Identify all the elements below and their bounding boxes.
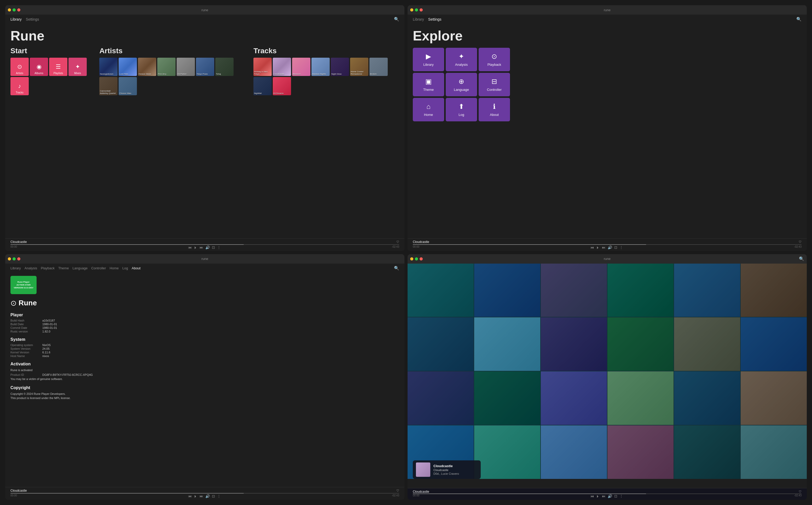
track-blossom[interactable]: Blossom: [292, 58, 310, 76]
tile-playlists[interactable]: ☰ Playlists: [49, 58, 68, 76]
more-btn-w4[interactable]: ⋮: [619, 494, 623, 498]
mosaic-cell-12[interactable]: [741, 317, 807, 371]
artist-neologisticism[interactable]: Neologisticism: [99, 58, 118, 76]
more-btn-w1[interactable]: ⋮: [217, 245, 221, 249]
explore-tile-about[interactable]: ℹ About: [479, 98, 510, 121]
close-btn-w4[interactable]: [420, 257, 423, 261]
vol-btn-w4[interactable]: 🔊: [608, 494, 612, 498]
explore-tile-log[interactable]: ⬆ Log: [446, 98, 477, 121]
repeat-btn-w4[interactable]: ⊡: [614, 494, 617, 498]
nav-analysis-w3[interactable]: Analysis: [24, 266, 37, 270]
mosaic-cell-1[interactable]: [408, 264, 474, 317]
prev-btn-w3[interactable]: ⏮: [188, 494, 192, 498]
vol-btn-w1[interactable]: 🔊: [205, 245, 210, 249]
mosaic-cell-10[interactable]: [607, 317, 674, 371]
explore-tile-home[interactable]: ⌂ Home: [413, 98, 444, 121]
track-holiday[interactable]: Holiday in Neo Tokyo: [253, 58, 272, 76]
mosaic-cell-7[interactable]: [408, 317, 474, 371]
mosaic-cell-11[interactable]: [674, 317, 740, 371]
track-homecookin[interactable]: Home Cookin' Remastered: [350, 58, 368, 76]
prev-btn-w4[interactable]: ⏮: [590, 494, 594, 498]
track-killdreams[interactable]: Kil Dreams: [273, 77, 291, 95]
vol-btn-w2[interactable]: 🔊: [608, 245, 612, 249]
nav-settings-w2[interactable]: Settings: [428, 17, 442, 21]
more-btn-w2[interactable]: ⋮: [619, 245, 623, 249]
mosaic-cell-13[interactable]: [408, 371, 474, 425]
prev-btn-w2[interactable]: ⏮: [590, 245, 594, 249]
mosaic-cell-24[interactable]: [741, 426, 807, 479]
player-heart-w1[interactable]: ♡: [396, 240, 399, 244]
tile-tracks[interactable]: ♪ Tracks: [10, 77, 29, 95]
nav-log-w3[interactable]: Log: [122, 266, 128, 270]
nav-library-w1[interactable]: Library: [10, 17, 22, 21]
close-btn-w2[interactable]: [420, 8, 423, 11]
play-btn-w1[interactable]: ⏵: [194, 245, 198, 249]
search-btn-w4[interactable]: 🔍: [799, 257, 804, 261]
explore-tile-library[interactable]: ▶ Library: [413, 48, 444, 71]
minimize-btn-w1[interactable]: [8, 8, 11, 11]
next-btn-w4[interactable]: ⏭: [602, 494, 606, 498]
search-btn-w3[interactable]: 🔍: [394, 266, 399, 271]
maximize-btn-w1[interactable]: [13, 8, 16, 11]
prev-btn-w1[interactable]: ⏮: [188, 245, 192, 249]
next-btn-w3[interactable]: ⏭: [200, 494, 203, 498]
tile-artists[interactable]: ⊙ Artists: [10, 58, 29, 76]
search-btn-w2[interactable]: 🔍: [796, 17, 802, 22]
artist-horace[interactable]: Horace Silver: [138, 58, 156, 76]
mosaic-cell-22[interactable]: [607, 426, 674, 479]
maximize-btn-w4[interactable]: [415, 257, 418, 261]
mosaic-cell-16[interactable]: [607, 371, 674, 425]
explore-tile-theme[interactable]: ▣ Theme: [413, 73, 444, 96]
explore-tile-language[interactable]: ⊕ Language: [446, 73, 477, 96]
track-nightfall[interactable]: Nightfall: [253, 77, 272, 95]
nav-theme-w3[interactable]: Theme: [58, 266, 69, 270]
player-progress-w4[interactable]: [413, 494, 802, 494]
mosaic-cell-21[interactable]: [541, 426, 607, 479]
close-btn-w3[interactable]: [17, 257, 20, 261]
mosaic-cell-4[interactable]: [607, 264, 674, 317]
minimize-btn-w4[interactable]: [410, 257, 413, 261]
play-btn-w3[interactable]: ⏵: [194, 494, 198, 498]
nav-language-w3[interactable]: Language: [72, 266, 88, 270]
artist-finn[interactable]: Finn Arry: [157, 58, 176, 76]
mosaic-cell-20[interactable]: [474, 426, 540, 479]
play-btn-w4[interactable]: ⏵: [596, 494, 600, 498]
explore-tile-playback[interactable]: ⊙ Playback: [479, 48, 510, 71]
artist-lostfiles[interactable]: Lost Files: [119, 58, 137, 76]
play-btn-w2[interactable]: ⏵: [596, 245, 600, 249]
minimize-btn-w2[interactable]: [410, 8, 413, 11]
track-nightglow[interactable]: Night Glow: [331, 58, 349, 76]
mosaic-cell-3[interactable]: [541, 264, 607, 317]
nav-home-w3[interactable]: Home: [110, 266, 119, 270]
mosaic-cell-6[interactable]: [741, 264, 807, 317]
mosaic-cell-17[interactable]: [674, 371, 740, 425]
mosaic-cell-5[interactable]: [674, 264, 740, 317]
track-broken[interactable]: Broken: [369, 58, 388, 76]
mosaic-cell-9[interactable]: [541, 317, 607, 371]
repeat-btn-w2[interactable]: ⊡: [614, 245, 617, 249]
nav-library-w2[interactable]: Library: [413, 17, 424, 21]
maximize-btn-w3[interactable]: [13, 257, 16, 261]
next-btn-w2[interactable]: ⏭: [602, 245, 606, 249]
repeat-btn-w1[interactable]: ⊡: [212, 245, 215, 249]
minimize-btn-w3[interactable]: [8, 257, 11, 261]
search-btn-w1[interactable]: 🔍: [394, 17, 399, 22]
mosaic-cell-18[interactable]: [741, 371, 807, 425]
explore-tile-controller[interactable]: ⊟ Controller: [479, 73, 510, 96]
next-btn-w1[interactable]: ⏭: [200, 245, 203, 249]
artist-tokyo[interactable]: Tokyo Pows: [196, 58, 214, 76]
player-progress-w2[interactable]: [413, 244, 802, 245]
artist-tohaj[interactable]: Tohaj: [215, 58, 234, 76]
mosaic-cell-2[interactable]: [474, 264, 540, 317]
maximize-btn-w2[interactable]: [415, 8, 418, 11]
player-heart-w2[interactable]: ♡: [799, 240, 802, 244]
player-progress-w3[interactable]: [10, 493, 399, 494]
player-progress-w1[interactable]: [10, 244, 399, 245]
nav-about-w3[interactable]: About: [132, 266, 140, 270]
close-btn-w1[interactable]: [17, 8, 20, 11]
artist-oli[interactable]: Oli Parker: [177, 58, 195, 76]
vol-btn-w3[interactable]: 🔊: [205, 494, 210, 498]
mosaic-cell-23[interactable]: [674, 426, 740, 479]
mosaic-cell-15[interactable]: [541, 371, 607, 425]
artist-choson[interactable]: Choson Wan: [119, 77, 137, 95]
